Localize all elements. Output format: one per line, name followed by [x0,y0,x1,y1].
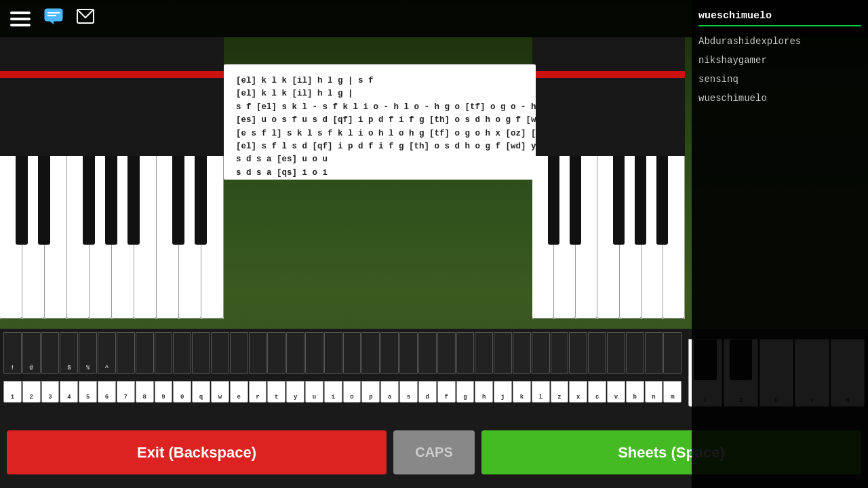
chat-icon[interactable] [44,8,63,29]
piano-black-key [635,156,646,245]
special-key-5[interactable]: ^ [98,332,116,374]
key-6[interactable]: 6 [98,381,116,403]
sheet-line: [e s f l] s k l s f k l i o h l o h g [t… [236,127,524,140]
key-7[interactable]: 7 [117,381,135,403]
special-key-23[interactable] [437,332,456,374]
key-b[interactable]: b [626,381,644,403]
key-1[interactable]: 1 [3,381,22,403]
key-r[interactable]: r [249,381,267,403]
special-key-3[interactable]: $ [60,332,78,374]
key-9[interactable]: 9 [155,381,173,403]
key-n[interactable]: n [645,381,663,403]
piano-black-key [548,156,559,245]
user-item[interactable]: sensinq [698,73,861,86]
mail-icon[interactable] [77,9,94,28]
key-o[interactable]: o [343,381,361,403]
special-key-4[interactable]: % [79,332,97,374]
key-t[interactable]: t [267,381,285,403]
key-2[interactable]: 2 [22,381,41,403]
piano-black-key [570,156,581,245]
key-d[interactable]: d [418,381,437,403]
piano-white-key [597,156,619,319]
key-4[interactable]: 4 [60,381,78,403]
key-j[interactable]: j [494,381,512,403]
special-key-20[interactable] [380,332,399,374]
special-key-21[interactable] [399,332,418,374]
special-key-35[interactable] [663,332,682,374]
special-key-29[interactable] [551,332,569,374]
special-key-8[interactable] [155,332,173,374]
special-key-34[interactable] [645,332,663,374]
piano-left [0,37,224,319]
caps-button[interactable]: CAPS [393,430,475,474]
special-key-22[interactable] [418,332,437,374]
key-a[interactable]: a [380,381,399,403]
special-key-10[interactable] [192,332,210,374]
special-key-25[interactable] [475,332,493,374]
special-key-31[interactable] [588,332,606,374]
special-key-17[interactable] [324,332,342,374]
sheet-line: s d s a [es] u o u [236,153,524,166]
key-s[interactable]: s [399,381,418,403]
key-m[interactable]: m [663,381,682,403]
piano-white-key [157,156,179,319]
special-key-9[interactable] [173,332,191,374]
key-8[interactable]: 8 [136,381,154,403]
key-h[interactable]: h [475,381,493,403]
menu-icon[interactable] [10,12,31,26]
special-key-28[interactable] [532,332,550,374]
key-u[interactable]: u [305,381,323,403]
key-c[interactable]: c [588,381,606,403]
key-k[interactable]: k [513,381,531,403]
user-item[interactable]: Abdurashidexplores [698,35,861,48]
key-0[interactable]: 0 [173,381,191,403]
piano-keys-left [0,156,224,319]
user-item[interactable]: nikshaygamer [698,54,861,67]
key-w[interactable]: w [211,381,229,403]
key-i[interactable]: i [324,381,342,403]
key-f[interactable]: f [437,381,456,403]
special-key-19[interactable] [361,332,380,374]
special-key-11[interactable] [211,332,229,374]
special-key-2[interactable] [41,332,60,374]
special-key-1[interactable]: @ [22,332,41,374]
special-key-14[interactable] [267,332,285,374]
piano-black-key [105,156,117,245]
special-key-0[interactable]: ! [3,332,22,374]
special-key-33[interactable] [626,332,644,374]
key-g[interactable]: g [456,381,475,403]
user-item[interactable]: wueschimuelo [698,92,861,105]
piano-right [532,37,685,319]
key-z[interactable]: z [551,381,569,403]
key-3[interactable]: 3 [41,381,60,403]
key-x[interactable]: x [569,381,587,403]
special-key-16[interactable] [305,332,323,374]
key-q[interactable]: q [192,381,210,403]
key-e[interactable]: e [230,381,248,403]
bottom-keyboard: !@$%^ 1234567890qwertyuiopasdfghjklzxcvb… [0,329,685,417]
special-key-15[interactable] [286,332,304,374]
special-key-12[interactable] [230,332,248,374]
keyboard-top-row: !@$%^ [0,329,685,380]
key-v[interactable]: v [607,381,625,403]
piano-black-key [613,156,625,245]
piano-black-key [127,156,140,245]
piano-black-key [38,156,50,245]
special-key-30[interactable] [569,332,587,374]
svg-marker-3 [50,21,54,24]
special-key-24[interactable] [456,332,475,374]
special-key-26[interactable] [494,332,512,374]
key-5[interactable]: 5 [79,381,97,403]
exit-button[interactable]: Exit (Backspace) [7,430,387,474]
special-key-32[interactable] [607,332,625,374]
key-p[interactable]: p [361,381,380,403]
special-key-27[interactable] [513,332,531,374]
key-l[interactable]: l [532,381,550,403]
special-key-13[interactable] [249,332,267,374]
special-key-6[interactable] [117,332,135,374]
special-key-18[interactable] [343,332,361,374]
key-y[interactable]: y [286,381,304,403]
top-bar: wueschimuelo Abdurashidexplores nikshayg… [0,0,868,37]
keyboard-bottom-row: 1234567890qwertyuiopasdfghjklzxcvbnm [0,380,685,407]
special-key-7[interactable] [136,332,154,374]
